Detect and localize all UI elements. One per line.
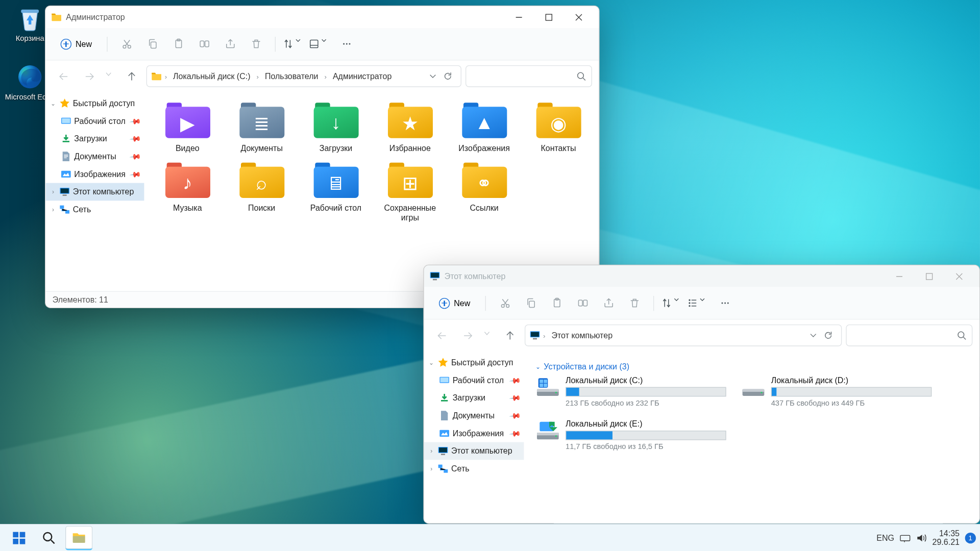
sidebar-item-documents[interactable]: Документы📌 — [45, 147, 144, 165]
paste-button[interactable] — [545, 291, 569, 314]
rename-button[interactable] — [192, 32, 216, 55]
sidebar-item-documents[interactable]: Документы📌 — [424, 407, 524, 424]
folder-item[interactable]: 🖥Рабочий стол — [299, 160, 373, 222]
sidebar-item-downloads[interactable]: Загрузки📌 — [45, 130, 144, 148]
keyboard-tray-icon[interactable] — [900, 532, 911, 543]
delete-button[interactable] — [622, 291, 647, 314]
clock[interactable]: 14:35 29.6.21 — [933, 529, 960, 547]
search-button[interactable] — [35, 525, 62, 550]
sort-button[interactable] — [282, 32, 307, 55]
refresh-icon[interactable] — [443, 71, 453, 81]
new-button[interactable]: New — [53, 32, 100, 55]
volume-icon[interactable] — [916, 532, 927, 543]
sidebar-item-pictures[interactable]: Изображения📌 — [45, 165, 144, 183]
folder-item[interactable]: ⊞Сохраненные игры — [373, 160, 447, 222]
view-button[interactable] — [308, 32, 333, 55]
search-input[interactable] — [846, 324, 972, 346]
up-button[interactable] — [120, 65, 142, 87]
svg-rect-0 — [21, 10, 39, 13]
delete-button[interactable] — [243, 32, 268, 55]
folder-item[interactable]: ≣Документы — [225, 100, 299, 153]
address-bar[interactable]: › Локальный диск (C:) › Пользователи › А… — [146, 65, 461, 87]
close-button[interactable] — [564, 7, 594, 27]
svg-rect-32 — [578, 300, 582, 306]
edge-icon — [16, 63, 44, 91]
star-icon — [59, 98, 70, 109]
minimize-button[interactable] — [504, 7, 534, 27]
breadcrumb-item[interactable]: Пользователи — [261, 69, 322, 83]
cut-button[interactable] — [493, 291, 517, 314]
folder-item[interactable]: ▶Видео — [151, 100, 225, 153]
folder-item[interactable]: ⌕Поиски — [225, 160, 299, 222]
copy-button[interactable] — [140, 32, 165, 55]
folder-label: Изображения — [447, 143, 521, 153]
layout-button[interactable] — [687, 291, 711, 314]
drive-name: Локальный диск (D:) — [771, 375, 932, 385]
share-button[interactable] — [218, 32, 242, 55]
sidebar-item-desktop[interactable]: Рабочий стол📌 — [45, 112, 144, 130]
back-button[interactable] — [53, 65, 75, 87]
document-icon — [61, 151, 71, 162]
sidebar-network[interactable]: ›Сеть — [45, 201, 144, 218]
drive-item[interactable]: Локальный диск (C:)213 ГБ свободно из 23… — [535, 375, 726, 407]
copy-button[interactable] — [519, 291, 543, 314]
svg-rect-16 — [62, 118, 70, 123]
language-indicator[interactable]: ENG — [876, 533, 894, 543]
recent-dropdown[interactable] — [482, 324, 495, 346]
refresh-icon[interactable] — [823, 331, 833, 340]
forward-button[interactable] — [457, 324, 479, 346]
breadcrumb-item[interactable]: Администратор — [329, 69, 395, 83]
breadcrumb-item[interactable]: Этот компьютер — [548, 329, 616, 342]
new-button[interactable]: New — [431, 291, 478, 314]
sidebar-item-downloads[interactable]: Загрузки📌 — [424, 389, 524, 407]
up-button[interactable] — [499, 324, 521, 346]
svg-rect-29 — [529, 301, 534, 307]
maximize-button[interactable] — [533, 7, 564, 27]
sidebar-item-pictures[interactable]: Изображения📌 — [424, 424, 524, 442]
forward-button[interactable] — [78, 65, 100, 87]
start-button[interactable] — [6, 525, 33, 550]
rename-button[interactable] — [570, 291, 595, 314]
svg-rect-46 — [439, 430, 449, 437]
cut-button[interactable] — [114, 32, 139, 55]
titlebar[interactable]: Этот компьютер — [424, 265, 979, 287]
svg-rect-56 — [544, 380, 547, 383]
search-input[interactable] — [465, 65, 592, 87]
more-button[interactable] — [713, 291, 737, 314]
folder-item[interactable]: ♪Музыка — [151, 160, 225, 222]
notification-badge[interactable]: 1 — [965, 532, 976, 543]
svg-point-11 — [342, 43, 344, 44]
drive-name: Локальный диск (E:) — [566, 419, 726, 429]
drive-item[interactable]: Локальный диск (D:)437 ГБ свободно из 44… — [741, 375, 932, 407]
sidebar-this-pc[interactable]: ›Этот компьютер — [45, 183, 144, 201]
sidebar-network[interactable]: ›Сеть — [424, 460, 524, 478]
folder-item[interactable]: ◉Контакты — [521, 100, 595, 153]
breadcrumb-item[interactable]: Локальный диск (C:) — [169, 69, 254, 83]
recent-dropdown[interactable] — [104, 65, 116, 87]
folder-item[interactable]: ▲Изображения — [447, 100, 521, 153]
close-button[interactable] — [944, 266, 974, 286]
share-button[interactable] — [596, 291, 621, 314]
taskbar-explorer[interactable] — [65, 525, 92, 550]
titlebar[interactable]: Администратор — [45, 6, 599, 28]
minimize-button[interactable] — [884, 266, 914, 286]
pin-icon: 📌 — [129, 132, 142, 145]
chevron-down-icon[interactable] — [429, 73, 436, 80]
chevron-down-icon[interactable] — [810, 332, 817, 339]
more-button[interactable] — [334, 32, 359, 55]
sidebar-quick-access[interactable]: ⌄Быстрый доступ — [45, 94, 144, 112]
back-button[interactable] — [431, 324, 453, 346]
sort-button[interactable] — [661, 291, 685, 314]
sidebar-item-desktop[interactable]: Рабочий стол📌 — [424, 371, 524, 389]
folder-item[interactable]: ★Избранное — [373, 100, 447, 153]
svg-rect-42 — [533, 338, 537, 340]
section-header[interactable]: ⌄Устройства и диски (3) — [530, 359, 979, 375]
paste-button[interactable] — [166, 32, 190, 55]
folder-item[interactable]: ↓Загрузки — [299, 100, 373, 153]
maximize-button[interactable] — [914, 266, 944, 286]
sidebar-quick-access[interactable]: ⌄Быстрый доступ — [424, 354, 524, 371]
folder-item[interactable]: ⚭Ссылки — [447, 160, 521, 222]
sidebar-this-pc[interactable]: ›Этот компьютер — [424, 442, 524, 460]
drive-item[interactable]: Локальный диск (E:)11,7 ГБ свободно из 1… — [535, 419, 726, 450]
address-bar[interactable]: › Этот компьютер — [525, 324, 842, 346]
